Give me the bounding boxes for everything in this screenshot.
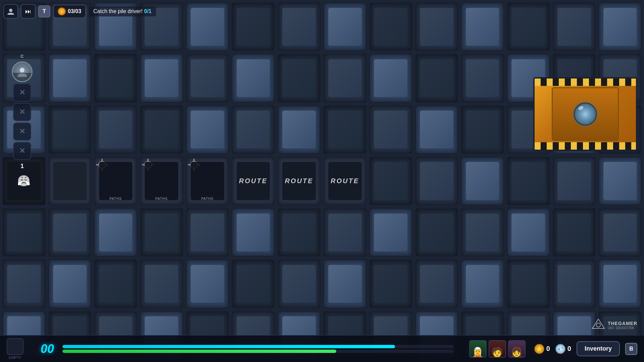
tv-cell xyxy=(506,2,550,51)
tv-cell xyxy=(140,208,184,257)
sidebar-slot-3[interactable]: ✕ xyxy=(13,122,31,141)
brand-name: THEGAMER xyxy=(608,321,637,326)
tv-cell-paths-2: PATHS xyxy=(140,156,184,206)
hp-bar-track-2 xyxy=(62,350,454,353)
svg-rect-15 xyxy=(193,168,195,171)
quest-text: Catch the pile driver! 0/1 xyxy=(89,6,156,16)
paths-gear-icon xyxy=(95,157,109,172)
hp-bar-track-1 xyxy=(62,345,454,348)
tv-cell xyxy=(48,105,92,154)
sidebar-avatar[interactable] xyxy=(12,61,33,82)
sidebar-slot-2[interactable]: ✕ xyxy=(13,103,31,121)
sidebar-slot-4[interactable]: ✕ xyxy=(13,142,31,160)
tv-cell xyxy=(277,2,321,51)
tv-cell xyxy=(415,208,459,257)
tv-cell xyxy=(140,259,184,308)
slot-empty-icon-4: ✕ xyxy=(19,147,25,155)
tv-cell xyxy=(323,2,367,51)
tv-cell xyxy=(369,2,413,51)
portrait-char-1[interactable]: 🧝 xyxy=(469,340,487,358)
tv-cell xyxy=(323,208,367,257)
svg-point-18 xyxy=(9,9,12,12)
character-number: 00 xyxy=(36,342,59,356)
empty-slot-label: EMPTY xyxy=(7,356,23,360)
tv-cell xyxy=(94,259,138,308)
b-key-button[interactable]: B xyxy=(625,343,637,355)
svg-point-13 xyxy=(192,163,196,166)
inventory-button[interactable]: Inventory xyxy=(577,341,620,356)
coin-icon: ⭐ xyxy=(534,344,544,354)
tv-cell xyxy=(415,105,459,154)
slot-empty-icon-2: ✕ xyxy=(19,108,25,116)
tv-cell xyxy=(460,208,504,257)
tv-cell xyxy=(506,259,550,308)
tv-cell xyxy=(231,105,275,154)
tv-cell xyxy=(415,2,459,51)
tv-cell xyxy=(2,208,46,257)
svg-point-7 xyxy=(146,163,150,166)
skip-button[interactable]: ⏭ xyxy=(21,4,36,19)
portrait-char-3[interactable]: 👧 xyxy=(508,340,526,358)
svg-rect-14 xyxy=(193,159,195,161)
player-avatar-button[interactable] xyxy=(3,4,18,19)
tv-cell xyxy=(598,2,642,51)
tv-cell xyxy=(231,208,275,257)
tv-cell xyxy=(186,208,230,257)
pile-driver-body xyxy=(552,87,619,141)
tv-cell xyxy=(369,156,413,206)
tv-cell xyxy=(277,208,321,257)
svg-rect-2 xyxy=(101,159,103,161)
watermark-logo xyxy=(592,318,605,332)
svg-rect-9 xyxy=(147,168,149,171)
paths-label-2: PATHS xyxy=(155,197,168,201)
svg-point-12 xyxy=(191,161,197,168)
svg-rect-10 xyxy=(142,164,145,165)
gem-currency: 💎 0 xyxy=(555,344,571,354)
caution-stripes-bottom xyxy=(535,142,636,150)
tv-cell xyxy=(277,53,321,103)
svg-point-0 xyxy=(99,161,105,168)
bottom-left-panel: EMPTY xyxy=(7,338,23,360)
quest-progress: 0/1 xyxy=(144,8,151,14)
svg-point-21 xyxy=(596,323,600,327)
gem-icon: 💎 xyxy=(555,344,565,354)
tv-cell xyxy=(277,259,321,308)
tv-cell xyxy=(94,208,138,257)
tv-cell xyxy=(598,259,642,308)
tv-cell xyxy=(140,53,184,103)
route-text-1: ROUTE xyxy=(239,177,267,185)
portrait-char-2[interactable]: 🧑 xyxy=(489,340,506,358)
sidebar-slot-1[interactable]: ✕ xyxy=(13,84,31,102)
tv-cell xyxy=(369,208,413,257)
tv-cell xyxy=(94,53,138,103)
caution-stripes-top xyxy=(535,79,636,86)
watermark: THEGAMER UID: 1002037306 xyxy=(592,318,637,332)
route-text-2: ROUTE xyxy=(285,177,313,185)
energy-display: ⚡ 03/03 xyxy=(53,5,86,18)
tv-cell-route-1: ROUTE xyxy=(231,156,275,206)
tv-cell-paths-1: PATHS xyxy=(94,156,138,206)
svg-point-19 xyxy=(20,68,24,72)
route-text-3: ROUTE xyxy=(331,177,359,185)
portrait-face-3: 👧 xyxy=(511,348,523,357)
slot-empty-icon-3: ✕ xyxy=(19,127,25,136)
tv-cell-route-2: ROUTE xyxy=(277,156,321,206)
portrait-face-2: 🧑 xyxy=(491,348,503,357)
tv-cell xyxy=(323,259,367,308)
svg-rect-3 xyxy=(101,168,103,171)
energy-icon: ⚡ xyxy=(58,7,66,15)
t-key-button[interactable]: T xyxy=(38,5,50,17)
tv-cell xyxy=(415,259,459,308)
skip-icon: ⏭ xyxy=(25,8,31,15)
tv-cell xyxy=(552,156,596,206)
empty-slot-box[interactable] xyxy=(7,338,23,355)
portrait-face-1: 🧝 xyxy=(472,348,484,357)
svg-point-6 xyxy=(145,161,151,168)
tv-cell xyxy=(186,2,230,51)
tv-cell xyxy=(231,53,275,103)
sidebar-number: 1 xyxy=(20,163,24,170)
slot-empty-icon: ✕ xyxy=(19,88,25,97)
tv-cell-route-3: ROUTE xyxy=(323,156,367,206)
monster-face-icon: 😤 xyxy=(17,174,31,187)
character-portraits: 🧝 🧑 👧 xyxy=(469,340,526,358)
